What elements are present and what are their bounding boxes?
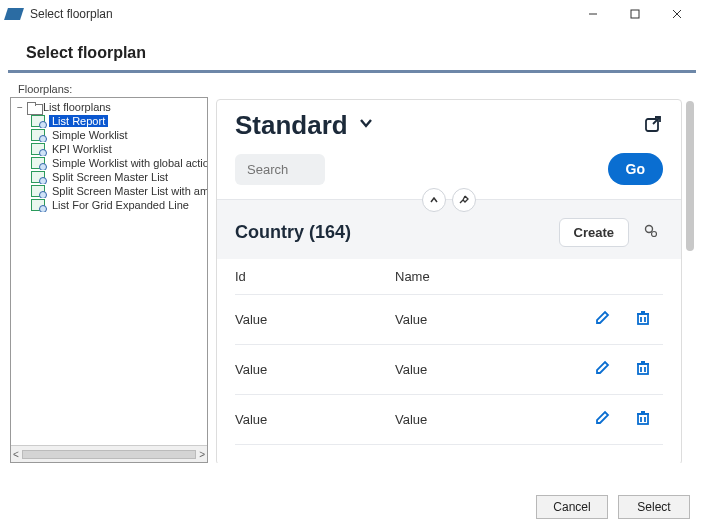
floorplan-preview: Standard Go	[216, 99, 682, 463]
tree-root-label: List floorplans	[43, 101, 111, 113]
cell-name: Value	[395, 362, 583, 377]
report-icon	[31, 143, 45, 155]
preview-panel-wrap: Standard Go	[216, 97, 694, 463]
svg-rect-1	[631, 10, 639, 18]
create-button[interactable]: Create	[559, 218, 629, 247]
tree-item[interactable]: List For Grid Expanded Line	[11, 198, 207, 212]
horizontal-scrollbar[interactable]: < >	[11, 445, 207, 462]
go-button[interactable]: Go	[608, 153, 663, 185]
tree-item[interactable]: Split Screen Master List with amou	[11, 184, 207, 198]
cell-id: Value	[235, 362, 395, 377]
col-name-header[interactable]: Name	[395, 269, 583, 284]
tree-item-label: Split Screen Master List with amou	[49, 185, 207, 197]
settings-icon[interactable]	[639, 223, 663, 242]
close-button[interactable]	[656, 0, 698, 28]
svg-rect-8	[638, 314, 648, 324]
dialog-footer: Cancel Select	[0, 487, 704, 531]
tree-item[interactable]: KPI Worklist	[11, 142, 207, 156]
edit-icon[interactable]	[583, 359, 623, 380]
preview-section-bar: Country (164) Create	[217, 199, 681, 259]
delete-icon[interactable]	[623, 409, 663, 430]
table-header: Id Name	[235, 259, 663, 295]
tree-item-label: Split Screen Master List	[49, 171, 171, 183]
app-icon	[4, 8, 24, 20]
edit-icon[interactable]	[583, 409, 623, 430]
table-row[interactable]: ValueValue	[235, 345, 663, 395]
tree-item-label: Simple Worklist with global action	[49, 157, 207, 169]
dialog-title: Select floorplan	[26, 44, 678, 62]
maximize-button[interactable]	[614, 0, 656, 28]
report-icon	[31, 185, 45, 197]
cell-name: Value	[395, 412, 583, 427]
svg-rect-18	[638, 414, 648, 424]
delete-icon[interactable]	[623, 309, 663, 330]
section-title: Country (164)	[235, 222, 549, 243]
preview-header: Standard	[217, 100, 681, 149]
svg-rect-13	[638, 364, 648, 374]
data-table: Id Name ValueValueValueValueValueValue	[235, 259, 663, 445]
preview-scrollbar[interactable]	[686, 101, 694, 251]
report-icon	[31, 115, 45, 127]
cell-id: Value	[235, 312, 395, 327]
folder-icon	[27, 102, 41, 113]
col-id-header[interactable]: Id	[235, 269, 395, 284]
minimize-button[interactable]	[572, 0, 614, 28]
window-controls	[572, 0, 698, 28]
cell-id: Value	[235, 412, 395, 427]
tree-item[interactable]: Simple Worklist with global action	[11, 156, 207, 170]
floorplans-tree-panel: − List floorplans List ReportSimple Work…	[10, 97, 208, 463]
report-icon	[31, 199, 45, 211]
search-input[interactable]	[235, 154, 325, 185]
scroll-right-icon[interactable]: >	[199, 449, 205, 460]
tree-root[interactable]: − List floorplans	[11, 100, 207, 114]
pin-icon[interactable]	[452, 188, 476, 212]
dialog-header: Select floorplan	[8, 28, 696, 73]
scroll-thumb[interactable]	[22, 450, 196, 459]
tree-item-label: KPI Worklist	[49, 143, 115, 155]
tree-item[interactable]: List Report	[11, 114, 207, 128]
preview-title[interactable]: Standard	[235, 110, 374, 141]
tree-item[interactable]: Simple Worklist	[11, 128, 207, 142]
window-titlebar: Select floorplan	[0, 0, 704, 28]
share-icon[interactable]	[643, 114, 663, 137]
svg-point-6	[646, 226, 653, 233]
table-row[interactable]: ValueValue	[235, 395, 663, 445]
tree-item-label: List Report	[49, 115, 108, 127]
tree-item-label: List For Grid Expanded Line	[49, 199, 192, 211]
svg-line-5	[653, 117, 660, 124]
report-icon	[31, 157, 45, 169]
svg-point-7	[652, 232, 657, 237]
collapse-section-icon[interactable]	[422, 188, 446, 212]
tree-item-label: Simple Worklist	[49, 129, 131, 141]
table-row[interactable]: ValueValue	[235, 295, 663, 345]
edit-icon[interactable]	[583, 309, 623, 330]
collapse-icon[interactable]: −	[15, 102, 25, 113]
floorplans-tree[interactable]: − List floorplans List ReportSimple Work…	[11, 98, 207, 445]
section-header: Country (164) Create	[235, 218, 663, 247]
chevron-down-icon[interactable]	[358, 115, 374, 136]
tree-item[interactable]: Split Screen Master List	[11, 170, 207, 184]
dialog-body: − List floorplans List ReportSimple Work…	[0, 97, 704, 463]
section-handles	[422, 188, 476, 212]
cancel-button[interactable]: Cancel	[536, 495, 608, 519]
report-icon	[31, 129, 45, 141]
select-button[interactable]: Select	[618, 495, 690, 519]
cell-name: Value	[395, 312, 583, 327]
panel-label: Floorplans:	[0, 73, 704, 97]
window-title: Select floorplan	[30, 7, 572, 21]
report-icon	[31, 171, 45, 183]
preview-title-text: Standard	[235, 110, 348, 141]
scroll-left-icon[interactable]: <	[13, 449, 19, 460]
delete-icon[interactable]	[623, 359, 663, 380]
